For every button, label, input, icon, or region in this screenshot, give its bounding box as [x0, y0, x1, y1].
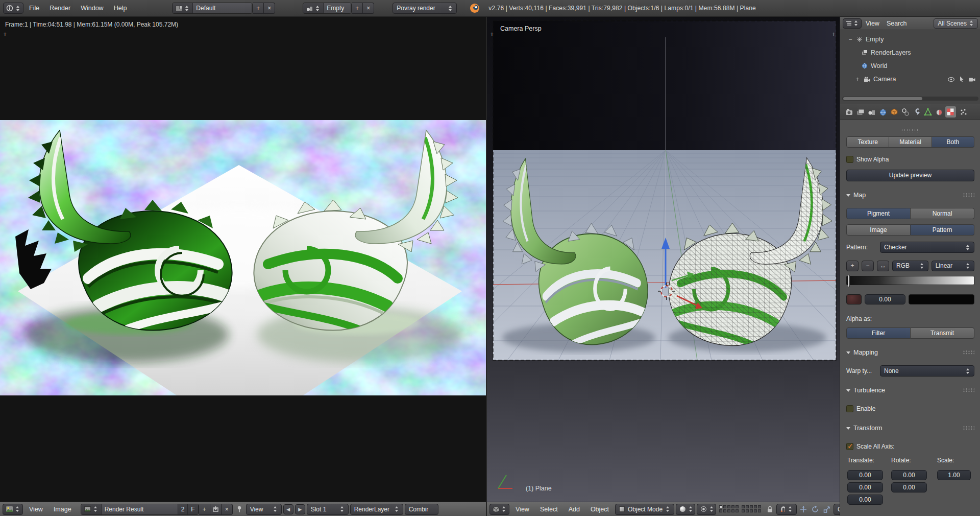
- ramp-add-button[interactable]: +: [846, 261, 859, 271]
- mode-select[interactable]: Object Mode: [615, 504, 674, 515]
- manipulator-scale-button[interactable]: [822, 504, 832, 514]
- color-ramp[interactable]: [846, 276, 974, 285]
- menu-help[interactable]: Help: [109, 4, 132, 13]
- panel-grip-icon[interactable]: [963, 350, 974, 355]
- screen-layout-name[interactable]: Default: [193, 3, 252, 13]
- scene-name[interactable]: Empty: [324, 3, 351, 13]
- translate-x-field[interactable]: 0.00: [847, 470, 883, 480]
- preview-texture-button[interactable]: Texture: [846, 136, 889, 148]
- outliner-item-scene[interactable]: − Empty: [840, 33, 980, 45]
- ramp-stop-position-field[interactable]: 0.00: [865, 294, 905, 304]
- menu-view-outliner[interactable]: View: [863, 19, 883, 28]
- update-preview-button[interactable]: Update preview: [846, 170, 974, 181]
- scene-browse[interactable]: [303, 3, 324, 13]
- translate-z-field[interactable]: 0.00: [847, 495, 883, 505]
- outliner-display-select[interactable]: All Scenes: [934, 18, 978, 29]
- transmit-button[interactable]: Transmit: [911, 327, 974, 339]
- outliner-item-camera[interactable]: + Camera: [840, 73, 980, 85]
- next-slot-button[interactable]: ▶: [295, 504, 305, 514]
- map-panel-header[interactable]: Map: [846, 189, 974, 201]
- mapping-panel-header[interactable]: Mapping: [846, 346, 974, 359]
- new-image-button[interactable]: +: [199, 504, 210, 515]
- previous-slot-button[interactable]: ◀: [283, 504, 293, 514]
- scale-all-axis-checkbox[interactable]: [846, 443, 853, 450]
- ramp-stop-color-field[interactable]: [909, 294, 974, 304]
- screen-layout-select[interactable]: Default: [172, 3, 253, 14]
- preview-both-button[interactable]: Both: [932, 136, 974, 148]
- menu-window[interactable]: Window: [76, 4, 108, 13]
- scene-select[interactable]: Empty: [303, 3, 352, 14]
- menu-search-outliner[interactable]: Search: [884, 19, 910, 28]
- transform-orientation-select[interactable]: Glo: [834, 504, 840, 515]
- panel-grip-icon[interactable]: [963, 426, 974, 431]
- pin-button[interactable]: [234, 504, 244, 514]
- image-users-count[interactable]: 2: [178, 504, 188, 514]
- pattern-select[interactable]: Checker: [880, 242, 974, 253]
- render-pass-select[interactable]: Combir: [405, 504, 438, 515]
- manipulator-rotate-button[interactable]: [810, 504, 820, 514]
- editor-type-button-outliner[interactable]: [843, 18, 862, 29]
- lock-to-scene-button[interactable]: [765, 504, 775, 514]
- image-name[interactable]: Render Result: [102, 504, 178, 514]
- properties-tabs[interactable]: [840, 104, 980, 120]
- ramp-stop-swatch[interactable]: [846, 294, 862, 304]
- outliner-item-world[interactable]: World: [840, 60, 980, 72]
- menu-object[interactable]: Object: [586, 505, 614, 514]
- ramp-interpolation-select[interactable]: Linear: [932, 261, 974, 271]
- render-engine-select[interactable]: Povray render: [393, 3, 457, 14]
- visibility-eye-icon[interactable]: [948, 77, 954, 82]
- viewport-shading-select[interactable]: [676, 504, 695, 515]
- show-alpha-checkbox[interactable]: [846, 156, 853, 163]
- region-expand-icon[interactable]: +: [490, 30, 494, 38]
- layer-toggles[interactable]: [719, 505, 762, 513]
- expand-icon[interactable]: +: [854, 76, 861, 83]
- menu-render[interactable]: Render: [45, 4, 75, 13]
- menu-select[interactable]: Select: [535, 505, 562, 514]
- region-expand-icon[interactable]: +: [831, 30, 836, 38]
- delete-scene-button[interactable]: ×: [363, 3, 374, 14]
- collapse-icon[interactable]: −: [847, 36, 853, 43]
- ramp-color-mode-select[interactable]: RGB: [892, 261, 928, 271]
- menu-view-image-editor[interactable]: View: [24, 505, 47, 514]
- outliner-item-renderlayers[interactable]: RenderLayers: [840, 46, 980, 59]
- viewport-3d[interactable]: Camera Persp + + (1) Plane View Select A…: [486, 17, 840, 516]
- delete-screen-layout-button[interactable]: ×: [264, 3, 275, 14]
- turbulence-panel-header[interactable]: Turbulence: [846, 384, 974, 396]
- properties-tab-icons[interactable]: [844, 105, 972, 119]
- slot-select[interactable]: Slot 1: [307, 504, 349, 515]
- preview-material-button[interactable]: Material: [889, 136, 932, 148]
- panel-grip-icon[interactable]: [963, 388, 974, 393]
- rotate-x-field[interactable]: 0.00: [891, 470, 927, 480]
- pack-image-button[interactable]: [210, 504, 222, 515]
- snap-select[interactable]: [776, 504, 797, 515]
- ramp-stop-marker[interactable]: [848, 275, 849, 287]
- fake-user-button[interactable]: F: [188, 504, 198, 514]
- pivot-select[interactable]: [697, 504, 716, 515]
- collapsed-panel-grip[interactable]: [846, 125, 974, 137]
- translate-y-field[interactable]: 0.00: [847, 482, 883, 492]
- ramp-flip-button[interactable]: ↔: [877, 261, 889, 271]
- outliner-scrollbar[interactable]: [842, 97, 978, 101]
- panel-grip-icon[interactable]: [963, 193, 974, 198]
- image-browse[interactable]: [81, 504, 102, 514]
- render-layer-select[interactable]: RenderLayer: [350, 504, 403, 515]
- menu-view-3d[interactable]: View: [511, 505, 534, 514]
- warp-select[interactable]: None: [880, 365, 974, 377]
- normal-button[interactable]: Normal: [911, 208, 974, 219]
- menu-add[interactable]: Add: [564, 505, 584, 514]
- renderable-camera-icon[interactable]: [969, 77, 975, 82]
- pigment-button[interactable]: Pigment: [846, 208, 911, 219]
- image-button[interactable]: Image: [846, 224, 911, 236]
- rotate-y-field[interactable]: 0.00: [891, 482, 927, 492]
- transform-panel-header[interactable]: Transform: [846, 422, 974, 434]
- add-screen-layout-button[interactable]: +: [253, 3, 264, 14]
- editor-type-button-info[interactable]: [3, 3, 23, 14]
- filter-button[interactable]: Filter: [846, 327, 911, 339]
- unlink-image-button[interactable]: ×: [222, 504, 233, 515]
- add-scene-button[interactable]: +: [352, 3, 363, 14]
- region-expand-icon[interactable]: +: [3, 30, 7, 38]
- manipulator-translate-button[interactable]: [798, 504, 808, 514]
- scale-field[interactable]: 1.00: [937, 470, 971, 480]
- editor-type-button-3dview[interactable]: [489, 504, 509, 515]
- pattern-button[interactable]: Pattern: [911, 224, 974, 236]
